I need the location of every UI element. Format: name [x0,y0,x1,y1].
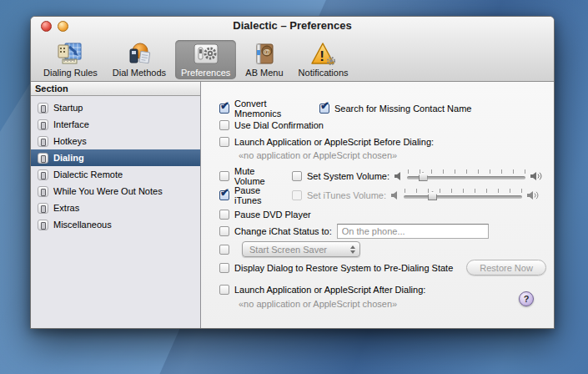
sidebar-item-label: Extras [53,203,79,213]
checkbox-set-itunes-volume[interactable] [292,190,302,200]
section-icon [38,169,48,180]
window-header: Dialectic – Preferences Dialing Rules [31,17,554,82]
section-list: Startup Interface Hotkeys Dialing [31,96,200,233]
sidebar-item-hotkeys[interactable]: Hotkeys [31,133,200,149]
help-button[interactable]: ? [519,291,534,306]
section-icon [38,153,48,164]
checkbox-display-restore-dialog[interactable] [219,263,229,273]
slider-ticks [405,189,522,193]
minimize-button[interactable] [58,21,68,32]
sidebar-item-interface[interactable]: Interface [31,116,200,133]
itunes-volume-slider[interactable] [404,189,522,202]
checkbox-label: Search for Missing Contact Name [334,104,471,114]
section-icon [38,136,48,147]
sidebar-item-while-you-were-out[interactable]: While You Were Out Notes [31,183,200,200]
checkbox-launch-before-dialing[interactable] [219,137,229,147]
toolbar-label: Preferences [181,68,230,78]
slider-track[interactable] [404,195,522,199]
popup-arrows-icon [346,242,359,256]
section-header: Section [31,82,200,96]
sidebar-item-startup[interactable]: Startup [31,99,200,116]
sidebar-item-dialing[interactable]: Dialing [31,149,200,166]
toolbar-item-ab-menu[interactable]: @ AB Menu [239,40,289,79]
sidebar-item-dialectic-remote[interactable]: Dialectic Remote [31,166,200,183]
toolbar: Dialing Rules Dial Methods [31,35,554,82]
section-icon [38,220,48,230]
dialing-preferences-pane: Convert Mnemonics Search for Missing Con… [201,82,554,328]
section-icon [38,103,48,114]
toolbar-label: Notifications [299,68,349,78]
checkbox-label: Use Dial Confirmation [234,120,324,130]
desktop-background: Dialectic – Preferences Dialing Rules [0,0,588,374]
checkbox-convert-mnemonics[interactable] [219,104,229,114]
speaker-low-icon [391,190,399,200]
checkbox-label: Pause iTunes [234,185,287,205]
checkbox-label: Set iTunes Volume: [307,190,386,200]
checkbox-search-missing-contact[interactable] [319,104,329,114]
checkbox-pause-itunes[interactable] [219,190,229,200]
sidebar-item-label: Interface [53,119,89,129]
sidebar-item-label: While You Were Out Notes [53,186,163,196]
toolbar-label: AB Menu [245,68,283,78]
titlebar[interactable]: Dialectic – Preferences [31,17,554,35]
checkbox-label: Display Dialog to Restore System to Pre-… [234,263,453,273]
toolbar-label: Dial Methods [113,68,166,78]
checkbox-set-system-volume[interactable] [292,171,302,181]
screen-saver-popup[interactable]: Start Screen Saver [242,241,360,257]
sidebar-item-miscellaneous[interactable]: Miscellaneous [31,216,200,233]
section-sidebar: Section Startup Interface Hotkeys [31,82,201,328]
checkbox-change-ichat-status[interactable] [219,226,229,236]
sidebar-item-label: Hotkeys [53,136,87,146]
toolbar-item-dialing-rules[interactable]: Dialing Rules [38,40,103,79]
sidebar-item-extras[interactable]: Extras [31,200,200,216]
speaker-low-icon [395,171,402,181]
checkbox-label: Launch Application or AppleScript Before… [234,137,434,147]
speaker-high-icon [530,171,543,181]
preferences-window: Dialectic – Preferences Dialing Rules [30,16,555,329]
svg-text:!: ! [319,48,324,64]
checkbox-mute-volume[interactable] [219,171,229,181]
window-title: Dialectic – Preferences [31,17,554,35]
section-icon [38,119,48,130]
checkbox-label: Mute Volume [234,166,287,186]
toolbar-item-dial-methods[interactable]: Dial Methods [107,40,172,79]
checkbox-label: Pause DVD Player [234,210,311,220]
ab-menu-icon: @ [250,42,279,67]
checkbox-label: Set System Volume: [307,171,389,181]
section-icon [38,203,48,214]
preferences-icon [192,42,220,67]
ichat-status-input[interactable] [337,224,489,239]
checkbox-start-screen-saver[interactable] [219,245,229,255]
toolbar-item-preferences[interactable]: Preferences [175,40,236,79]
toolbar-item-notifications[interactable]: ! Notifications [293,40,354,79]
svg-text:@: @ [264,48,271,56]
slider-ticks [408,169,525,174]
speaker-high-icon [527,190,540,200]
notifications-icon: ! [309,42,338,67]
system-volume-slider[interactable] [407,169,525,183]
sidebar-item-label: Dialing [53,153,84,163]
checkbox-pause-dvd-player[interactable] [219,210,229,220]
toolbar-label: Dialing Rules [43,68,98,78]
sidebar-item-label: Dialectic Remote [53,169,123,179]
checkbox-label: Convert Mnemonics [234,99,314,119]
launch-before-note: «no application or AppleScript chosen» [239,149,397,162]
checkbox-label: Launch Application or AppleScript After … [234,285,425,295]
checkbox-launch-after-dialing[interactable] [219,285,229,295]
launch-after-note: «no application or AppleScript chosen» [239,297,397,311]
window-body: Section Startup Interface Hotkeys [31,82,554,328]
sidebar-item-label: Startup [53,103,83,113]
checkbox-label: Change iChat Status to: [234,226,332,236]
dialing-rules-icon [56,42,84,67]
restore-now-button[interactable]: Restore Now [466,260,546,275]
dial-methods-icon [125,42,153,67]
close-button[interactable] [41,21,52,32]
sidebar-item-label: Miscellaneous [53,220,112,230]
popup-selected-value: Start Screen Saver [249,245,327,255]
section-icon [38,186,48,197]
checkbox-use-dial-confirmation[interactable] [219,120,229,130]
